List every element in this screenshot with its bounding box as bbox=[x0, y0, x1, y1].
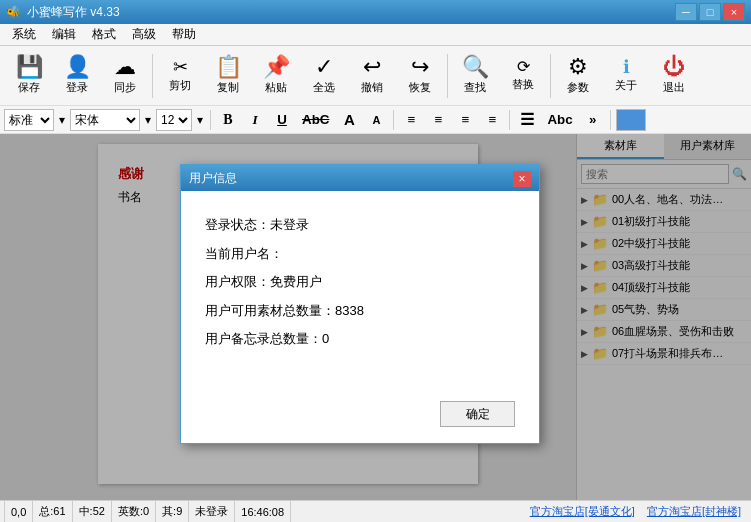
toolbar: 💾 保存 👤 登录 ☁ 同步 ✂ 剪切 📋 复制 📌 粘贴 ✓ 全选 ↩ 撤销 … bbox=[0, 46, 751, 106]
about-label: 关于 bbox=[615, 78, 637, 93]
copy-button[interactable]: 📋 复制 bbox=[205, 51, 251, 101]
replace-button[interactable]: ⟳ 替换 bbox=[500, 51, 546, 101]
copy-icon: 📋 bbox=[215, 56, 242, 78]
menu-bar: 系统 编辑 格式 高级 帮助 bbox=[0, 24, 751, 46]
notes-count-label: 用户备忘录总数量： bbox=[205, 331, 322, 346]
find-button[interactable]: 🔍 查找 bbox=[452, 51, 498, 101]
sync-button[interactable]: ☁ 同步 bbox=[102, 51, 148, 101]
modal-close-button[interactable]: × bbox=[513, 171, 531, 187]
sync-label: 同步 bbox=[114, 80, 136, 95]
redo-button[interactable]: ↪ 恢复 bbox=[397, 51, 443, 101]
toolbar-sep-2 bbox=[447, 54, 448, 98]
underline-button[interactable]: U bbox=[270, 109, 294, 131]
about-button[interactable]: ℹ 关于 bbox=[603, 51, 649, 101]
menu-edit[interactable]: 编辑 bbox=[44, 24, 84, 45]
select-all-button[interactable]: ✓ 全选 bbox=[301, 51, 347, 101]
font-size-down-button[interactable]: A bbox=[364, 109, 388, 131]
toolbar-sep-3 bbox=[550, 54, 551, 98]
app-title: 小蜜蜂写作 v4.33 bbox=[27, 4, 120, 21]
align-center-button[interactable]: ≡ bbox=[426, 109, 450, 131]
menu-advanced[interactable]: 高级 bbox=[124, 24, 164, 45]
user-info-modal: 用户信息 × 登录状态：未登录 当前用户名： 用户权限：免费用户 用户可用素材总… bbox=[180, 164, 540, 444]
menu-system[interactable]: 系统 bbox=[4, 24, 44, 45]
english-count: 英数:0 bbox=[112, 501, 156, 522]
app-icon: 🐝 bbox=[6, 5, 21, 19]
font-size-up-button[interactable]: A bbox=[337, 109, 361, 131]
bold-button[interactable]: B bbox=[216, 109, 240, 131]
more-button[interactable]: » bbox=[581, 109, 605, 131]
login-icon: 👤 bbox=[64, 56, 91, 78]
align-justify-button[interactable]: ≡ bbox=[480, 109, 504, 131]
minimize-button[interactable]: ─ bbox=[675, 3, 697, 21]
other-count: 其:9 bbox=[156, 501, 189, 522]
username-row: 当前用户名： bbox=[205, 240, 515, 269]
cut-button[interactable]: ✂ 剪切 bbox=[157, 51, 203, 101]
confirm-button[interactable]: 确定 bbox=[440, 401, 515, 427]
close-button[interactable]: × bbox=[723, 3, 745, 21]
align-right-button[interactable]: ≡ bbox=[453, 109, 477, 131]
login-label: 登录 bbox=[66, 80, 88, 95]
select-all-label: 全选 bbox=[313, 80, 335, 95]
chinese-count: 中:52 bbox=[73, 501, 112, 522]
title-bar-left: 🐝 小蜜蜂写作 v4.33 bbox=[6, 4, 120, 21]
undo-label: 撤销 bbox=[361, 80, 383, 95]
material-count-value: 8338 bbox=[335, 303, 364, 318]
main-area: 感谢 书名 素材库 用户素材库 🔍 ▶ 📁 00人名、地名、功法… bbox=[0, 134, 751, 500]
italic-button[interactable]: I bbox=[243, 109, 267, 131]
store-link-2[interactable]: 官方淘宝店[封神楼] bbox=[641, 501, 747, 522]
save-label: 保存 bbox=[18, 80, 40, 95]
exit-button[interactable]: ⏻ 退出 bbox=[651, 51, 697, 101]
redo-label: 恢复 bbox=[409, 80, 431, 95]
login-status-value: 未登录 bbox=[270, 217, 309, 232]
permission-label: 用户权限： bbox=[205, 274, 270, 289]
store-link-1[interactable]: 官方淘宝店[晏通文化] bbox=[524, 501, 641, 522]
format-sep-4 bbox=[610, 110, 611, 130]
menu-help[interactable]: 帮助 bbox=[164, 24, 204, 45]
undo-icon: ↩ bbox=[363, 56, 381, 78]
size-select[interactable]: 12 bbox=[156, 109, 192, 131]
about-icon: ℹ bbox=[623, 58, 630, 76]
format-sep-1 bbox=[210, 110, 211, 130]
find-icon: 🔍 bbox=[462, 56, 489, 78]
toolbar-sep-1 bbox=[152, 54, 153, 98]
login-status: 未登录 bbox=[189, 501, 235, 522]
status-bar: 0,0 总:61 中:52 英数:0 其:9 未登录 16:46:08 官方淘宝… bbox=[0, 500, 751, 522]
replace-icon: ⟳ bbox=[517, 59, 530, 75]
text-style-button[interactable]: Abc bbox=[542, 109, 577, 131]
total-count: 总:61 bbox=[33, 501, 72, 522]
cut-icon: ✂ bbox=[173, 58, 188, 76]
maximize-button[interactable]: □ bbox=[699, 3, 721, 21]
title-bar: 🐝 小蜜蜂写作 v4.33 ─ □ × bbox=[0, 0, 751, 24]
format-bar: 标准 ▾ 宋体 ▾ 12 ▾ B I U AbC A A ≡ ≡ ≡ ≡ ☰ A… bbox=[0, 106, 751, 134]
style-select[interactable]: 标准 bbox=[4, 109, 54, 131]
modal-title: 用户信息 bbox=[189, 170, 237, 187]
login-status-label: 登录状态： bbox=[205, 217, 270, 232]
menu-format[interactable]: 格式 bbox=[84, 24, 124, 45]
strikethrough-button[interactable]: AbC bbox=[297, 109, 334, 131]
modal-footer: 确定 bbox=[181, 391, 539, 443]
undo-button[interactable]: ↩ 撤销 bbox=[349, 51, 395, 101]
notes-count-row: 用户备忘录总数量：0 bbox=[205, 325, 515, 354]
notes-count-value: 0 bbox=[322, 331, 329, 346]
exit-icon: ⏻ bbox=[663, 56, 685, 78]
list-button[interactable]: ☰ bbox=[515, 109, 539, 131]
paste-button[interactable]: 📌 粘贴 bbox=[253, 51, 299, 101]
format-sep-3 bbox=[509, 110, 510, 130]
color-swatch[interactable] bbox=[616, 109, 646, 131]
align-left-button[interactable]: ≡ bbox=[399, 109, 423, 131]
redo-icon: ↪ bbox=[411, 56, 429, 78]
permission-value: 免费用户 bbox=[270, 274, 322, 289]
login-button[interactable]: 👤 登录 bbox=[54, 51, 100, 101]
settings-button[interactable]: ⚙ 参数 bbox=[555, 51, 601, 101]
paste-icon: 📌 bbox=[263, 56, 290, 78]
time-display: 16:46:08 bbox=[235, 501, 291, 522]
settings-icon: ⚙ bbox=[568, 56, 588, 78]
font-select[interactable]: 宋体 bbox=[70, 109, 140, 131]
cut-label: 剪切 bbox=[169, 78, 191, 93]
replace-label: 替换 bbox=[512, 77, 534, 92]
save-button[interactable]: 💾 保存 bbox=[6, 51, 52, 101]
find-label: 查找 bbox=[464, 80, 486, 95]
modal-body: 登录状态：未登录 当前用户名： 用户权限：免费用户 用户可用素材总数量：8338… bbox=[181, 191, 539, 391]
permission-row: 用户权限：免费用户 bbox=[205, 268, 515, 297]
username-label: 当前用户名： bbox=[205, 246, 283, 261]
